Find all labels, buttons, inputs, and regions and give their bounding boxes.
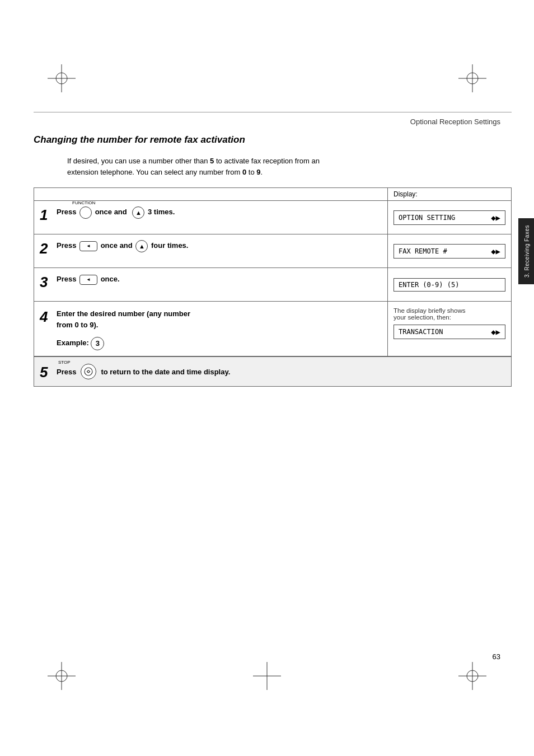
step-3-display: ENTER (0-9) (5) xyxy=(394,278,505,292)
svg-point-15 xyxy=(87,370,90,373)
menu-button-icon-3: ◄ xyxy=(79,275,97,285)
step-2-number: 2 xyxy=(40,241,52,256)
stop-button-icon xyxy=(81,364,96,379)
steps-table: Display: 1 FUNCTION Press once and ▲ 3 t… xyxy=(34,187,512,387)
function-button-icon xyxy=(79,206,92,219)
top-left-crosshair xyxy=(48,64,76,94)
step-5-text: to return to the date and time display. xyxy=(101,368,230,376)
step-2-display-text: FAX REMOTE # xyxy=(399,247,447,255)
step-4-display: TRANSACTION ◆▶ xyxy=(394,325,505,339)
steps-table-header: Display: xyxy=(34,188,511,201)
up-button-icon-1: ▲ xyxy=(132,206,144,219)
step-2-right: FAX REMOTE # ◆▶ xyxy=(388,234,511,267)
side-tab-label: 3. Receiving Faxes xyxy=(523,225,531,278)
step-2-display-arrow: ◆▶ xyxy=(491,247,500,256)
menu-button-icon-2: ◄ xyxy=(79,241,97,251)
step-3-content: Press ◄ once. xyxy=(57,274,382,285)
step-3-right: ENTER (0-9) (5) xyxy=(388,268,511,301)
top-right-crosshair xyxy=(458,64,486,94)
example-3-circle: 3 xyxy=(91,337,104,350)
page-header: Optional Reception Settings xyxy=(410,118,500,126)
step-5-content: STOP Press to return to the date and tim… xyxy=(57,364,230,379)
step-2-display: FAX REMOTE # ◆▶ xyxy=(394,244,505,259)
step-1-row: 1 FUNCTION Press once and ▲ 3 times. xyxy=(34,201,511,234)
header-line xyxy=(34,112,512,112)
step-3-row: 3 Press ◄ once. ENTER (0-9) (5) xyxy=(34,268,511,302)
bottom-right-crosshair xyxy=(458,662,486,692)
header-text: Optional Reception Settings xyxy=(410,118,500,126)
step-4-number: 4 xyxy=(40,309,52,324)
main-content: Changing the number for remote fax activ… xyxy=(34,134,512,387)
step-5-number: 5 xyxy=(40,365,52,379)
step-4-left: 4 Enter the desired number (any numberfr… xyxy=(34,302,388,356)
step-2-content: Press ◄ once and ▲ four times. xyxy=(57,240,382,252)
step-4-content: Enter the desired number (any numberfrom… xyxy=(57,308,382,350)
function-label: FUNCTION xyxy=(72,200,95,206)
step-2-left: 2 Press ◄ once and ▲ four times. xyxy=(34,234,388,267)
bottom-left-crosshair xyxy=(48,662,76,692)
step-1-content: FUNCTION Press once and ▲ 3 times. xyxy=(57,206,382,219)
step-3-display-text: ENTER (0-9) (5) xyxy=(399,281,459,289)
step-1-right: OPTION SETTING ◆▶ xyxy=(388,201,511,234)
step-1-left: 1 FUNCTION Press once and ▲ 3 times. xyxy=(34,201,388,234)
step-5-row: 5 STOP Press to return to the date and t… xyxy=(34,356,511,386)
page-number: 63 xyxy=(493,652,500,661)
steps-col-header xyxy=(34,188,388,200)
step-4-row: 4 Enter the desired number (any numberfr… xyxy=(34,302,511,356)
step-4-right: The display briefly showsyour selection,… xyxy=(388,302,511,356)
up-button-icon-2: ▲ xyxy=(135,240,148,252)
step-2-row: 2 Press ◄ once and ▲ four times. FAX REM… xyxy=(34,234,511,268)
step-4-display-note: The display briefly showsyour selection,… xyxy=(394,307,505,321)
step-1-number: 1 xyxy=(40,208,52,222)
step-1-display-text: OPTION SETTING xyxy=(399,214,455,222)
step-4-display-arrow: ◆▶ xyxy=(491,327,500,336)
intro-text: If desired, you can use a number other t… xyxy=(67,156,512,177)
step-1-display-arrow: ◆▶ xyxy=(491,213,500,222)
side-tab: 3. Receiving Faxes xyxy=(518,218,534,284)
display-col-header: Display: xyxy=(388,188,511,200)
stop-label: STOP xyxy=(58,360,71,365)
step-1-display: OPTION SETTING ◆▶ xyxy=(394,210,505,225)
bottom-center-crosshair xyxy=(253,662,281,692)
step-4-display-text: TRANSACTION xyxy=(399,328,443,336)
step-3-left: 3 Press ◄ once. xyxy=(34,268,388,301)
step-3-number: 3 xyxy=(40,275,52,289)
section-title: Changing the number for remote fax activ… xyxy=(34,134,512,145)
svg-point-14 xyxy=(85,368,92,375)
